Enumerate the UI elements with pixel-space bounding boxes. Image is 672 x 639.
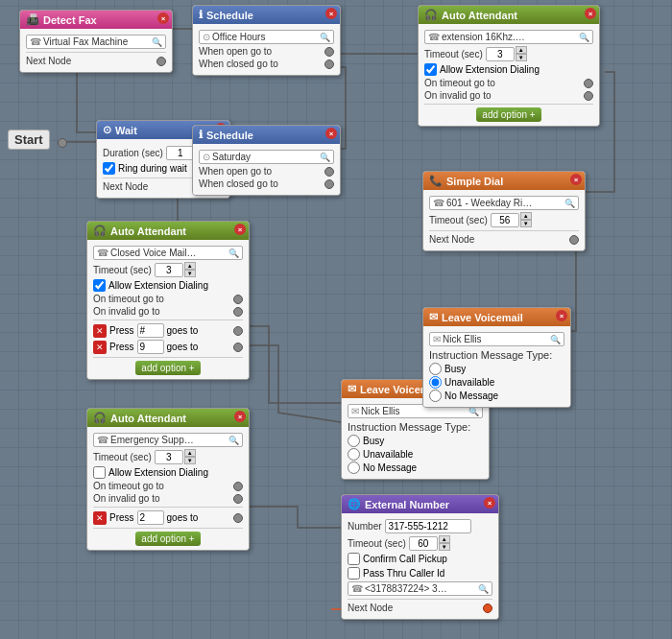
en-spin-up[interactable]: ▲	[439, 535, 450, 543]
en-caller-field[interactable]: ☎ <3178837224> 317-88: 🔍	[348, 581, 492, 596]
aa2-allow-ext-check[interactable]	[93, 279, 106, 292]
lv1-unavail-radio[interactable]	[348, 448, 360, 461]
lv2-unavail-radio[interactable]	[429, 376, 442, 389]
aa3-press1-key[interactable]	[137, 510, 164, 525]
lv2-field[interactable]: ✉ Nick Ellis 🔍	[429, 332, 564, 346]
en-spin[interactable]: ▲ ▼	[409, 535, 450, 551]
when-closed-connector[interactable]	[324, 59, 334, 69]
sat-closed-connector[interactable]	[324, 179, 334, 189]
aa3-spin-down[interactable]: ▼	[184, 457, 196, 464]
lv1-nomsg-radio[interactable]	[348, 462, 360, 474]
aa3-invalid-connector[interactable]	[233, 494, 243, 504]
aa3-spin[interactable]: ▲ ▼	[155, 449, 196, 464]
sat-open-connector[interactable]	[324, 167, 334, 177]
sat-search[interactable]: 🔍	[320, 153, 330, 162]
sd-search[interactable]: 🔍	[564, 199, 575, 208]
lv1-search[interactable]: 🔍	[468, 407, 479, 416]
aa2-press1-connector[interactable]	[233, 326, 243, 336]
aa2-close[interactable]: ×	[234, 224, 246, 235]
sd-spin-down[interactable]: ▼	[520, 220, 532, 227]
sat-field[interactable]: ⊙ Saturday 🔍	[199, 150, 334, 164]
next-node-connector[interactable]	[156, 57, 166, 66]
aa2-spin-arrows[interactable]: ▲ ▼	[184, 262, 196, 277]
wait-duration-input[interactable]	[166, 146, 195, 160]
aa2-field[interactable]: ☎ Closed Voice Mail HQ 20 🔍	[93, 246, 243, 260]
aa3-close[interactable]: ×	[234, 411, 246, 422]
lv2-search[interactable]: 🔍	[550, 335, 561, 344]
aa2-spin-up[interactable]: ▲	[184, 262, 196, 270]
lv2-close[interactable]: ×	[556, 310, 567, 321]
en-close[interactable]: ×	[484, 497, 495, 509]
aa1-spin-up[interactable]: ▲	[516, 46, 527, 54]
lv2-nomsg-radio[interactable]	[429, 390, 442, 402]
en-search[interactable]: 🔍	[478, 584, 489, 594]
aa1-spin-down[interactable]: ▼	[516, 54, 527, 61]
aa2-press1-del[interactable]: ✕	[93, 324, 107, 338]
aa2-body: ☎ Closed Voice Mail HQ 20 🔍 Timeout (sec…	[87, 240, 249, 379]
aa2-press2-key[interactable]	[137, 340, 164, 354]
aa3-press1-del[interactable]: ✕	[93, 511, 107, 525]
aa2-spin[interactable]: ▲ ▼	[155, 262, 196, 277]
sd-field[interactable]: ☎ 601 - Weekday Ring Gr. 🔍	[429, 196, 579, 210]
aa2-invalid-connector[interactable]	[233, 307, 243, 317]
aa1-invalid-connector[interactable]	[584, 91, 593, 101]
sd-spin[interactable]: ▲ ▼	[491, 212, 532, 227]
en-timeout-input[interactable]	[409, 536, 438, 551]
aa1-field[interactable]: ☎ extension 16Khz.wav 🔍	[424, 30, 593, 44]
aa3-add-btn[interactable]: add option +	[135, 532, 200, 546]
lv2-unavail-row: Unavailable	[429, 376, 564, 389]
aa1-spin-arrows[interactable]: ▲ ▼	[516, 46, 527, 61]
aa3-add-option[interactable]: add option +	[93, 532, 243, 546]
simple-dial-body: ☎ 601 - Weekday Ring Gr. 🔍 Timeout (sec)…	[423, 190, 585, 250]
en-number-input[interactable]	[385, 519, 471, 533]
en-spin-arrows[interactable]: ▲ ▼	[439, 535, 450, 551]
sd-timeout-input[interactable]	[491, 213, 519, 227]
when-open-connector[interactable]	[324, 47, 334, 57]
sd-spin-up[interactable]: ▲	[520, 212, 532, 220]
lv1-busy-radio[interactable]	[348, 435, 360, 447]
sd-next-connector[interactable]	[569, 235, 579, 245]
schedule-sat-close[interactable]: ×	[325, 128, 337, 139]
aa2-add-option[interactable]: add option +	[93, 361, 243, 375]
aa3-timeout-input[interactable]	[155, 450, 183, 464]
aa3-timeout-connector[interactable]	[233, 482, 243, 491]
lv2-busy-radio[interactable]	[429, 363, 442, 375]
search-icon[interactable]: 🔍	[152, 37, 162, 47]
aa1-field-row: ☎ extension 16Khz.wav 🔍	[424, 30, 593, 44]
office-field[interactable]: ⊙ Office Hours 🔍	[199, 30, 334, 44]
aa1-add-option[interactable]: add option +	[424, 107, 593, 122]
sd-spin-arrows[interactable]: ▲ ▼	[520, 212, 532, 227]
aa1-search[interactable]: 🔍	[579, 33, 589, 42]
detect-fax-close[interactable]: ×	[157, 12, 169, 24]
aa1-timeout-connector[interactable]	[584, 79, 593, 88]
wait-ring-check[interactable]	[103, 162, 115, 175]
aa3-field[interactable]: ☎ Emergency Support HQ. 🔍	[93, 433, 243, 447]
aa2-timeout-input[interactable]	[155, 263, 183, 277]
en-confirm-check[interactable]	[348, 553, 360, 565]
aa3-allow-ext-check[interactable]	[93, 466, 106, 479]
aa2-press1-key[interactable]	[137, 323, 164, 338]
aa2-add-btn[interactable]: add option +	[135, 361, 200, 375]
en-next-connector[interactable]	[483, 604, 492, 613]
schedule-office-close[interactable]: ×	[325, 8, 337, 19]
aa1-timeout-spin[interactable]: ▲ ▼	[486, 46, 527, 61]
detect-fax-field[interactable]: ☎ Virtual Fax Machine 🔍	[26, 35, 166, 49]
aa1-close[interactable]: ×	[585, 8, 596, 19]
aa1-allow-ext-check[interactable]	[424, 63, 437, 76]
aa2-press2-del[interactable]: ✕	[93, 341, 107, 354]
aa3-press1-connector[interactable]	[233, 513, 243, 523]
simple-dial-close[interactable]: ×	[570, 174, 582, 185]
aa3-spin-up[interactable]: ▲	[184, 449, 196, 457]
aa2-spin-down[interactable]: ▼	[184, 270, 196, 277]
sd-phone-icon: ☎	[433, 198, 444, 208]
en-spin-down[interactable]: ▼	[439, 543, 450, 551]
aa2-press2-connector[interactable]	[233, 343, 243, 352]
aa2-timeout-connector[interactable]	[233, 295, 243, 304]
aa1-add-btn[interactable]: add option +	[476, 107, 540, 122]
aa1-timeout-input[interactable]	[486, 47, 515, 61]
aa3-search[interactable]: 🔍	[228, 436, 239, 445]
en-passthru-check[interactable]	[348, 567, 360, 580]
aa2-search[interactable]: 🔍	[228, 248, 239, 258]
aa3-spin-arrows[interactable]: ▲ ▼	[184, 449, 196, 464]
search-icon-2[interactable]: 🔍	[320, 33, 330, 42]
